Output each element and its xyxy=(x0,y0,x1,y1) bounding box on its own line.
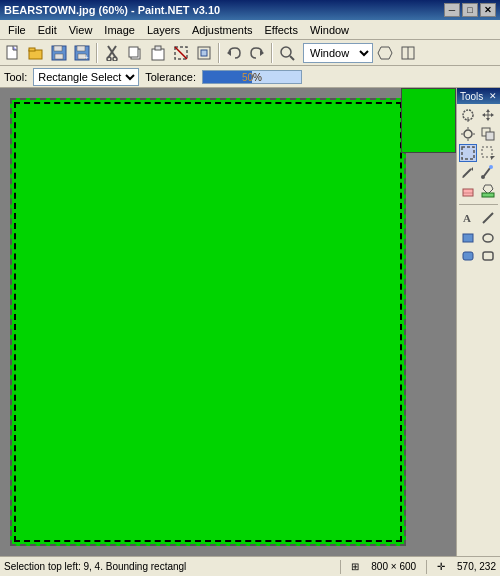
menu-image[interactable]: Image xyxy=(98,22,141,38)
cut-button[interactable] xyxy=(101,42,123,64)
svg-rect-15 xyxy=(129,47,138,57)
svg-rect-16 xyxy=(152,49,164,60)
toolbar-extra-2[interactable] xyxy=(397,42,419,64)
tools-close-icon[interactable]: ✕ xyxy=(489,91,497,101)
svg-rect-0 xyxy=(7,46,17,59)
tool-magic-wand[interactable] xyxy=(459,125,477,143)
tool-clone[interactable] xyxy=(479,125,497,143)
menu-window[interactable]: Window xyxy=(304,22,355,38)
svg-line-47 xyxy=(463,169,471,177)
deselect-button[interactable] xyxy=(170,42,192,64)
svg-rect-5 xyxy=(55,54,63,59)
tool-rect-select[interactable] xyxy=(459,144,477,162)
main-area: Tools ✕ xyxy=(0,88,500,556)
paste-button[interactable] xyxy=(147,42,169,64)
svg-rect-56 xyxy=(482,193,494,197)
menu-layers[interactable]: Layers xyxy=(141,22,186,38)
tool-shapes-4[interactable] xyxy=(479,247,497,265)
undo-button[interactable] xyxy=(223,42,245,64)
tool-pencil[interactable] xyxy=(459,163,477,181)
canvas-area[interactable] xyxy=(0,88,456,556)
svg-rect-4 xyxy=(54,46,62,51)
menu-file[interactable]: File xyxy=(2,22,32,38)
menu-edit[interactable]: Edit xyxy=(32,22,63,38)
tool-brush[interactable] xyxy=(479,163,497,181)
tool-move[interactable] xyxy=(479,106,497,124)
svg-line-19 xyxy=(175,47,187,59)
title-bar: BEARSTOWN.jpg (60%) - Paint.NET v3.10 ─ … xyxy=(0,0,500,20)
svg-rect-43 xyxy=(486,132,494,140)
title-text: BEARSTOWN.jpg (60%) - Paint.NET v3.10 xyxy=(4,4,220,16)
svg-marker-31 xyxy=(486,109,490,112)
toolbar-sep-1 xyxy=(96,43,98,63)
tool-options-bar: Tool: Rectangle Select Tolerance: 50% xyxy=(0,66,500,88)
status-coordinates: 570, 232 xyxy=(457,561,496,572)
svg-point-52 xyxy=(481,175,485,179)
maximize-button[interactable]: □ xyxy=(462,3,478,17)
svg-point-13 xyxy=(113,57,117,61)
open-button[interactable] xyxy=(25,42,47,64)
svg-point-12 xyxy=(107,57,111,61)
canvas-image[interactable] xyxy=(12,100,404,544)
svg-rect-44 xyxy=(462,147,474,159)
tool-select-move[interactable] xyxy=(479,144,497,162)
tool-shapes-3[interactable] xyxy=(459,247,477,265)
svg-line-58 xyxy=(483,213,493,223)
status-bar: Selection top left: 9, 4. Bounding recta… xyxy=(0,556,500,576)
tool-text[interactable]: A xyxy=(459,209,477,227)
copy-button[interactable] xyxy=(124,42,146,64)
svg-rect-7 xyxy=(77,46,85,51)
status-coord-icon: ✛ xyxy=(437,561,445,572)
title-bar-buttons: ─ □ ✕ xyxy=(444,3,496,17)
svg-point-24 xyxy=(281,47,291,57)
deselect2-button[interactable] xyxy=(193,42,215,64)
toolbar-extra-1[interactable] xyxy=(374,42,396,64)
canvas-container[interactable] xyxy=(10,98,406,546)
tool-select[interactable]: Rectangle Select xyxy=(33,68,139,86)
svg-text:+: + xyxy=(84,53,89,61)
status-size: 800 × 600 xyxy=(371,561,416,572)
minimize-button[interactable]: ─ xyxy=(444,3,460,17)
tolerance-bar[interactable]: 50% xyxy=(202,70,302,84)
tool-fill[interactable] xyxy=(479,182,497,200)
new-button[interactable] xyxy=(2,42,24,64)
toolbar-sep-3 xyxy=(271,43,273,63)
status-separator-1 xyxy=(340,560,341,574)
tolerance-label: Tolerance: xyxy=(145,71,196,83)
svg-rect-53 xyxy=(463,189,473,196)
window-dropdown[interactable]: Window Auto xyxy=(303,43,373,63)
toolbar: + Window Auto xyxy=(0,40,500,66)
svg-marker-34 xyxy=(491,113,494,117)
tool-shapes-2[interactable] xyxy=(479,228,497,246)
toolbar-sep-2 xyxy=(218,43,220,63)
save-button[interactable] xyxy=(48,42,70,64)
status-size-icon: ⊞ xyxy=(351,561,359,572)
menu-effects[interactable]: Effects xyxy=(259,22,304,38)
svg-marker-33 xyxy=(482,113,485,117)
svg-marker-26 xyxy=(378,47,392,59)
tool-line[interactable] xyxy=(479,209,497,227)
menu-bar: File Edit View Image Layers Adjustments … xyxy=(0,20,500,40)
tool-shapes-1[interactable] xyxy=(459,228,477,246)
menu-view[interactable]: View xyxy=(63,22,99,38)
svg-rect-59 xyxy=(463,234,473,242)
zoom-button[interactable] xyxy=(276,42,298,64)
svg-line-50 xyxy=(484,168,490,176)
tools-panel: Tools ✕ xyxy=(456,88,500,556)
tool-lasso[interactable] xyxy=(459,106,477,124)
svg-rect-62 xyxy=(483,252,493,260)
tools-panel-title: Tools ✕ xyxy=(457,88,500,104)
status-separator-2 xyxy=(426,560,427,574)
tool-eraser[interactable] xyxy=(459,182,477,200)
redo-button[interactable] xyxy=(246,42,268,64)
svg-line-25 xyxy=(290,56,294,60)
tolerance-value: 50% xyxy=(203,71,301,85)
svg-text:A: A xyxy=(463,212,471,224)
window-dropdown-container: Window Auto xyxy=(303,43,373,63)
tools-title-text: Tools xyxy=(460,91,483,102)
close-button[interactable]: ✕ xyxy=(480,3,496,17)
save-as-button[interactable]: + xyxy=(71,42,93,64)
tool-label: Tool: xyxy=(4,71,27,83)
menu-adjustments[interactable]: Adjustments xyxy=(186,22,259,38)
svg-rect-2 xyxy=(29,48,35,51)
